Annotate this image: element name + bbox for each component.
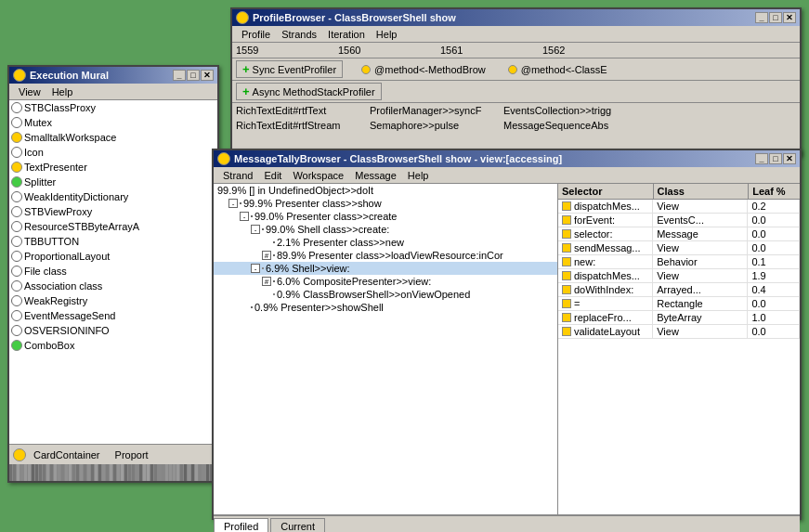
row-bullet bbox=[562, 327, 571, 336]
mt-menu-strand[interactable]: Strand bbox=[217, 169, 258, 182]
exec-list-item[interactable]: Association class bbox=[9, 279, 217, 293]
exec-list-item[interactable]: STBViewProxy bbox=[9, 204, 217, 219]
exec-bullet bbox=[11, 117, 22, 128]
exec-list-item[interactable]: ResourceSTBByteArrayA bbox=[9, 219, 217, 234]
tree-item[interactable]: # 89.9% Presenter class>>loadViewResourc… bbox=[214, 249, 557, 262]
exec-list-item[interactable]: STBClassProxy bbox=[9, 100, 217, 115]
tab-profiled[interactable]: Profiled bbox=[214, 518, 268, 532]
tree-expand-btn[interactable]: - bbox=[240, 212, 249, 221]
minimize-button[interactable]: _ bbox=[173, 70, 186, 81]
maximize-button[interactable]: □ bbox=[187, 70, 200, 81]
pb-maximize-button[interactable]: □ bbox=[769, 12, 782, 23]
exec-bullet bbox=[11, 176, 22, 188]
tree-item[interactable]: - 99.0% Presenter class>>create bbox=[214, 210, 557, 223]
table-row[interactable]: forEvent:EventsC...0.0 bbox=[558, 214, 800, 227]
table-row[interactable]: validateLayoutView0.0 bbox=[558, 325, 800, 339]
exec-list-item[interactable]: Splitter bbox=[9, 175, 217, 189]
exec-list-item[interactable]: WeakRegistry bbox=[9, 293, 217, 308]
table-row[interactable]: =Rectangle0.0 bbox=[558, 297, 800, 311]
tree-expand-btn[interactable]: - bbox=[251, 225, 260, 234]
exec-item-label: WeakRegistry bbox=[24, 293, 87, 308]
exec-list-item[interactable]: ComboBox bbox=[9, 338, 217, 353]
table-row[interactable]: replaceFro...ByteArray1.0 bbox=[558, 311, 800, 325]
exec-list-item[interactable]: TBBUTTON bbox=[9, 234, 217, 249]
close-button[interactable]: ✕ bbox=[201, 70, 214, 81]
tree-item-label: 0.9% ClassBrowserShell>>onViewOpened bbox=[277, 289, 470, 300]
tree-item[interactable]: - 6.9% Shell>>view: bbox=[214, 262, 557, 275]
mt-menu-edit[interactable]: Edit bbox=[258, 169, 287, 182]
pb-menu-iteration[interactable]: Iteration bbox=[322, 28, 371, 41]
tree-item-label: 6.9% Shell>>view: bbox=[266, 263, 350, 274]
pb-minimize-button[interactable]: _ bbox=[755, 12, 768, 23]
card-icon bbox=[13, 448, 26, 461]
mt-close-button[interactable]: ✕ bbox=[783, 153, 796, 164]
exec-list-item[interactable]: File class bbox=[9, 264, 217, 279]
exec-list-item[interactable]: Icon bbox=[9, 145, 217, 160]
mt-maximize-button[interactable]: □ bbox=[769, 153, 782, 164]
mt-menu-help[interactable]: Help bbox=[402, 169, 435, 182]
tree-bullet bbox=[262, 228, 264, 230]
tree-item[interactable]: - 99.0% Shell class>>create: bbox=[214, 223, 557, 236]
tree-bullet bbox=[273, 280, 275, 282]
async-methodstack-button[interactable]: + Async MethodStackProfiler bbox=[236, 83, 382, 100]
sync-label: Sync EventProfiler bbox=[253, 64, 336, 75]
tree-item[interactable]: - 99.9% Presenter class>>show bbox=[214, 197, 557, 210]
exec-list-item[interactable]: EventMessageSend bbox=[9, 308, 217, 323]
table-row[interactable]: dispatchMes...View0.2 bbox=[558, 200, 800, 214]
msg-tally-window: MessageTallyBrowser - ClassBrowserShell … bbox=[212, 149, 802, 520]
table-row[interactable]: new:Behavior0.1 bbox=[558, 255, 800, 269]
exec-mural-icon bbox=[13, 69, 26, 82]
row-bullet bbox=[562, 299, 571, 308]
exec-list-item[interactable]: ProportionalLayout bbox=[9, 249, 217, 264]
exec-item-label: TextPresenter bbox=[24, 160, 87, 175]
exec-list-item[interactable]: WeakIdentityDictionary bbox=[9, 189, 217, 204]
tree-item[interactable]: 2.1% Presenter class>>new bbox=[214, 236, 557, 249]
tree-bullet bbox=[273, 241, 275, 243]
tree-item[interactable]: # 6.0% CompositePresenter>>view: bbox=[214, 275, 557, 288]
method-brow-icon bbox=[361, 65, 371, 74]
exec-list-item[interactable]: TextPresenter bbox=[9, 160, 217, 175]
row-class: View bbox=[653, 200, 748, 213]
row-leaf: 0.0 bbox=[748, 214, 800, 227]
row-class: View bbox=[653, 269, 748, 282]
tree-expand-btn[interactable]: - bbox=[251, 264, 260, 273]
exec-list-item[interactable]: OSVERSIONINFO bbox=[9, 323, 217, 338]
tree-expand-btn[interactable]: - bbox=[228, 199, 238, 208]
exec-bullet bbox=[11, 206, 22, 217]
tree-bullet bbox=[273, 254, 275, 256]
table-row[interactable]: selector:Message0.0 bbox=[558, 227, 800, 241]
exec-item-label: OSVERSIONINFO bbox=[24, 323, 110, 338]
exec-mural-titlebar: Execution Mural _ □ ✕ bbox=[9, 67, 217, 84]
mt-menu-workspace[interactable]: Workspace bbox=[287, 169, 349, 182]
tree-item[interactable]: 0.9% ClassBrowserShell>>onViewOpened bbox=[214, 288, 557, 301]
pb-menu-strands[interactable]: Strands bbox=[276, 28, 322, 41]
mt-minimize-button[interactable]: _ bbox=[755, 153, 768, 164]
exec-item-label: SmalltalkWorkspace bbox=[24, 130, 116, 145]
tree-item[interactable]: 0.9% Presenter>>showShell bbox=[214, 301, 557, 314]
exec-list-item[interactable]: Mutex bbox=[9, 115, 217, 130]
color-visualization bbox=[9, 464, 217, 481]
menu-view[interactable]: View bbox=[13, 85, 46, 98]
pb-col-headers: 1559 1560 1561 1562 bbox=[232, 43, 800, 58]
table-row[interactable]: sendMessag...View0.0 bbox=[558, 241, 800, 255]
table-row[interactable]: dispatchMes...View1.9 bbox=[558, 269, 800, 283]
tab-current[interactable]: Current bbox=[270, 518, 325, 532]
exec-item-label: ProportionalLayout bbox=[24, 249, 110, 264]
menu-help[interactable]: Help bbox=[46, 85, 79, 98]
tree-expand-btn[interactable]: # bbox=[262, 251, 271, 260]
row-class: View bbox=[653, 325, 748, 338]
tree-item[interactable]: 99.9% [] in UndefinedObject>>doIt bbox=[214, 184, 557, 197]
pb-menu-help[interactable]: Help bbox=[371, 28, 403, 41]
sync-eventprofiler-button[interactable]: + Sync EventProfiler bbox=[236, 60, 343, 78]
table-row[interactable]: doWithIndex:Arrayed...0.4 bbox=[558, 283, 800, 297]
pb-col-1560: 1560 bbox=[338, 45, 440, 56]
pb-close-button[interactable]: ✕ bbox=[783, 12, 796, 23]
row-leaf: 0.4 bbox=[748, 283, 800, 296]
exec-list-item[interactable]: SmalltalkWorkspace bbox=[9, 130, 217, 145]
mt-menu-message[interactable]: Message bbox=[349, 169, 402, 182]
tree-item-label: 6.0% CompositePresenter>>view: bbox=[277, 276, 431, 287]
tree-expand-btn[interactable]: # bbox=[262, 277, 271, 286]
pb-menu-profile[interactable]: Profile bbox=[236, 28, 276, 41]
row-class: Rectangle bbox=[653, 297, 748, 310]
tree-item-label: 99.0% Presenter class>>create bbox=[254, 211, 397, 222]
